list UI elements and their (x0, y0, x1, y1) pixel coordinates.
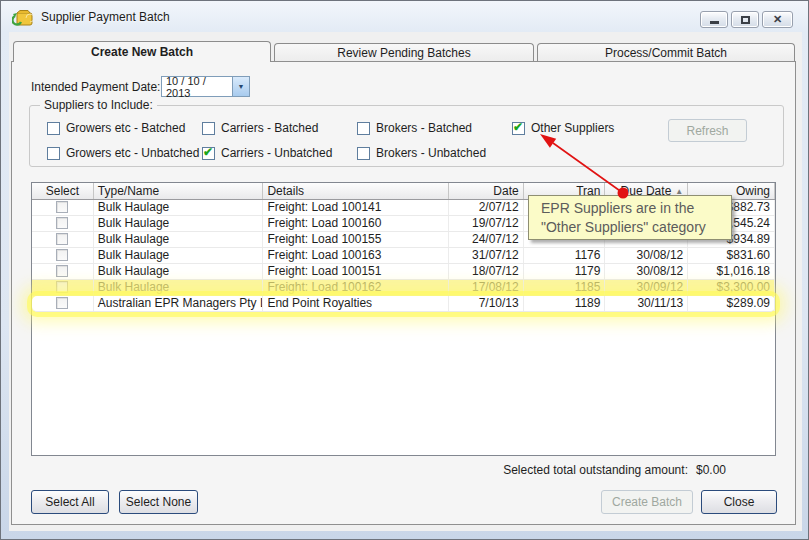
cell-type_name: Bulk Haulage (94, 216, 264, 231)
cell-select (32, 296, 94, 311)
checked-checkbox-icon[interactable] (512, 122, 525, 135)
cell-type_name: Bulk Haulage (94, 280, 264, 295)
window-title: Supplier Payment Batch (41, 10, 170, 24)
cell-due_date: 30/09/12 (605, 280, 688, 295)
cell-type_name: Bulk Haulage (94, 232, 264, 247)
select-all-button[interactable]: Select All (31, 490, 109, 514)
checkbox-label: Brokers - Unbatched (376, 146, 486, 160)
cell-details: Freight: Load 100162 (263, 280, 448, 295)
row-select-checkbox[interactable] (56, 233, 68, 245)
payment-date-label: Intended Payment Date: (31, 80, 160, 94)
table-row[interactable]: Bulk HaulageFreight: Load 10016331/07/12… (32, 248, 775, 264)
checkbox-label: Carriers - Batched (221, 121, 318, 135)
cell-date: 19/07/12 (449, 216, 524, 231)
checkbox-label: Other Suppliers (531, 121, 614, 135)
unchecked-checkbox-icon[interactable] (202, 122, 215, 135)
cell-tran: 1176 (524, 248, 606, 263)
checkbox-label: Growers etc - Batched (66, 121, 185, 135)
annotation-tooltip: EPR Suppliers are in the "Other Supplier… (528, 195, 732, 240)
cell-due_date: 30/08/12 (605, 248, 688, 263)
column-header-type_name[interactable]: Type/Name (94, 183, 264, 199)
cell-select (32, 232, 94, 247)
cell-select (32, 280, 94, 295)
cell-date: 24/07/12 (449, 232, 524, 247)
row-select-checkbox[interactable] (56, 249, 68, 261)
cell-details: Freight: Load 100160 (263, 216, 448, 231)
cell-date: 17/08/12 (449, 280, 524, 295)
checkbox-carriers-unbatched[interactable]: Carriers - Unbatched (202, 146, 332, 160)
select-none-button[interactable]: Select None (119, 490, 198, 514)
checkbox-other-suppliers[interactable]: Other Suppliers (512, 121, 614, 135)
checkbox-carriers-batched[interactable]: Carriers - Batched (202, 121, 318, 135)
title-bar[interactable]: Supplier Payment Batch ✕ (2, 2, 807, 32)
tab-process-commit-batch[interactable]: Process/Commit Batch (537, 43, 795, 62)
table-row[interactable]: Bulk HaulageFreight: Load 10015118/07/12… (32, 264, 775, 280)
select-none-label: Select None (126, 495, 191, 509)
cell-type_name: Australian EPR Managers Pty Ltd (94, 296, 264, 311)
create-batch-button[interactable]: Create Batch (601, 490, 693, 514)
unchecked-checkbox-icon[interactable] (47, 122, 60, 135)
minimize-button[interactable] (700, 11, 728, 28)
row-select-checkbox[interactable] (56, 297, 68, 309)
column-header-label: Owing (736, 184, 770, 198)
supplier-payment-batch-window: Supplier Payment Batch ✕ Intended Paymen… (0, 0, 809, 540)
cell-details: Freight: Load 100155 (263, 232, 448, 247)
column-header-details[interactable]: Details (263, 183, 448, 199)
column-header-label: Date (493, 184, 518, 198)
row-select-checkbox[interactable] (56, 265, 68, 277)
close-button[interactable]: Close (701, 490, 777, 514)
cell-tran: 1185 (524, 280, 606, 295)
tab-create-new-batch[interactable]: Create New Batch (13, 41, 271, 62)
checkbox-label: Brokers - Batched (376, 121, 472, 135)
checkbox-brokers-batched[interactable]: Brokers - Batched (357, 121, 472, 135)
suppliers-to-include-group: Suppliers to Include: Growers etc - Batc… (29, 105, 784, 167)
cell-due_date: 30/11/13 (605, 296, 688, 311)
column-header-select[interactable]: Select (32, 183, 94, 199)
column-header-label: Type/Name (98, 184, 159, 198)
select-all-label: Select All (45, 495, 94, 509)
checkbox-growers-etc-unbatched[interactable]: Growers etc - Unbatched (47, 146, 199, 160)
cell-tran: 1179 (524, 264, 606, 279)
row-select-checkbox[interactable] (56, 201, 68, 213)
cell-owing: $831.60 (688, 248, 775, 263)
payment-date-value: 10 / 10 / 2013 (162, 75, 232, 99)
close-button-label: Close (724, 495, 755, 509)
tab-review-pending-batches[interactable]: Review Pending Batches (274, 43, 534, 62)
payment-date-dropdown-button[interactable]: ▼ (232, 77, 249, 96)
cell-select (32, 264, 94, 279)
maximize-button[interactable] (731, 11, 759, 28)
checked-checkbox-icon[interactable] (202, 147, 215, 160)
tooltip-line-1: EPR Suppliers are in the (541, 199, 731, 218)
cell-date: 2/07/12 (449, 200, 524, 215)
table-row[interactable]: Bulk HaulageFreight: Load 10016217/08/12… (32, 280, 775, 296)
cell-details: Freight: Load 100151 (263, 264, 448, 279)
checkbox-growers-etc-batched[interactable]: Growers etc - Batched (47, 121, 185, 135)
create-batch-label: Create Batch (612, 495, 682, 509)
refresh-button[interactable]: Refresh (668, 119, 747, 142)
cell-details: Freight: Load 100163 (263, 248, 448, 263)
unchecked-checkbox-icon[interactable] (357, 122, 370, 135)
checkbox-label: Carriers - Unbatched (221, 146, 332, 160)
selected-total-line: Selected total outstanding amount:$0.00 (503, 463, 726, 477)
table-row[interactable]: Australian EPR Managers Pty LtdEnd Point… (32, 296, 775, 312)
row-select-checkbox[interactable] (56, 281, 68, 293)
checkbox-label: Growers etc - Unbatched (66, 146, 199, 160)
payment-date-picker[interactable]: 10 / 10 / 2013 ▼ (161, 76, 250, 97)
cell-type_name: Bulk Haulage (94, 200, 264, 215)
cell-select (32, 248, 94, 263)
row-select-checkbox[interactable] (56, 217, 68, 229)
selected-total-value: $0.00 (696, 463, 726, 477)
cell-date: 31/07/12 (449, 248, 524, 263)
checkbox-brokers-unbatched[interactable]: Brokers - Unbatched (357, 146, 486, 160)
unchecked-checkbox-icon[interactable] (357, 147, 370, 160)
column-header-date[interactable]: Date (449, 183, 524, 199)
unchecked-checkbox-icon[interactable] (47, 147, 60, 160)
tooltip-line-2: "Other Suppliers" category (541, 218, 731, 237)
cell-date: 18/07/12 (449, 264, 524, 279)
maximize-icon (741, 16, 750, 24)
close-window-button[interactable]: ✕ (762, 11, 793, 28)
suppliers-group-label: Suppliers to Include: (40, 98, 157, 112)
cell-owing: $1,016.18 (688, 264, 775, 279)
cell-tran: 1189 (524, 296, 606, 311)
column-header-label: Details (267, 184, 304, 198)
